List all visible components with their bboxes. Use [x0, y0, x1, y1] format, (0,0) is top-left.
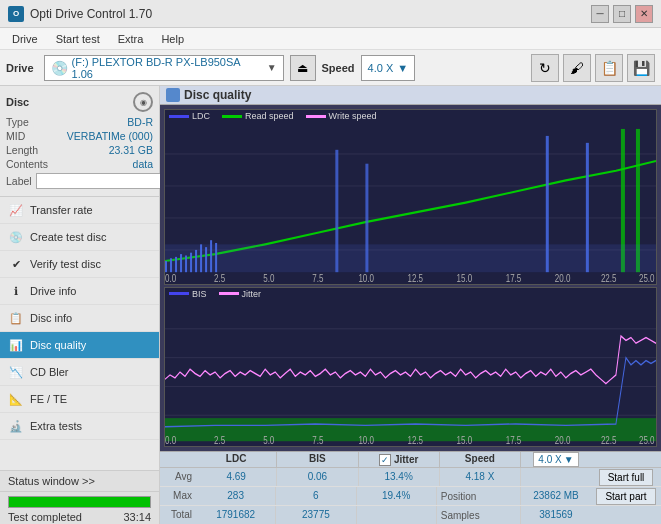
drive-name: (F:) PLEXTOR BD-R PX-LB950SA 1.06 — [72, 56, 263, 80]
status-window-label: Status window >> — [8, 475, 95, 487]
avg-label: Avg — [160, 468, 196, 486]
main-content: Disc ◉ Type BD-R MID VERBATIMe (000) Len… — [0, 86, 661, 524]
nav-disc-quality-label: Disc quality — [30, 339, 86, 351]
ldc-chart-section: LDC Read speed Write speed — [164, 109, 657, 285]
speed-value: 4.0 X — [368, 62, 394, 74]
position-label-text: Position — [441, 491, 477, 502]
start-btns-spacer — [591, 452, 661, 467]
menu-help[interactable]: Help — [153, 31, 192, 47]
save-button[interactable]: 💾 — [627, 54, 655, 82]
menubar: Drive Start test Extra Help — [0, 28, 661, 50]
label-input[interactable] — [36, 173, 169, 189]
menu-start-test[interactable]: Start test — [48, 31, 108, 47]
maximize-button[interactable]: □ — [613, 5, 631, 23]
titlebar-left: O Opti Drive Control 1.70 — [8, 6, 152, 22]
settings-button2[interactable]: 📋 — [595, 54, 623, 82]
svg-text:0.0: 0.0 — [165, 434, 177, 444]
svg-text:15.0: 15.0 — [457, 272, 473, 282]
titlebar: O Opti Drive Control 1.70 ─ □ ✕ — [0, 0, 661, 28]
settings-button1[interactable]: 🖌 — [563, 54, 591, 82]
jitter-checkbox[interactable]: ✓ — [379, 454, 391, 466]
svg-text:17.5: 17.5 — [506, 272, 522, 282]
speed-dropdown-container: 4.0 X ▼ — [521, 452, 591, 467]
speed-label: Speed — [322, 62, 355, 74]
jitter-label: Jitter — [394, 454, 418, 465]
stats-max-row: Max 283 6 19.4% Position 23862 MB Start … — [160, 487, 661, 506]
svg-text:25.0: 25.0 — [639, 434, 655, 444]
nav-extra-tests[interactable]: 🔬 Extra tests — [0, 413, 159, 440]
jitter-col-header: ✓ Jitter — [359, 452, 440, 467]
status-time: 33:14 — [123, 511, 151, 523]
nav-drive-info[interactable]: ℹ Drive info — [0, 278, 159, 305]
start-full-button[interactable]: Start full — [599, 469, 654, 486]
progress-bar-container — [8, 496, 151, 508]
drive-selector[interactable]: 💿 (F:) PLEXTOR BD-R PX-LB950SA 1.06 ▼ — [44, 55, 284, 81]
stats-spacer — [160, 452, 196, 467]
total-bis: 23775 — [276, 506, 356, 524]
nav-verify-test-disc-label: Verify test disc — [30, 258, 101, 270]
ldc-col-header: LDC — [196, 452, 277, 467]
speed-dropdown[interactable]: 4.0 X ▼ — [533, 452, 578, 467]
stats-avg-row: Avg 4.69 0.06 13.4% 4.18 X Start full — [160, 468, 661, 487]
nav-create-test-disc[interactable]: 💿 Create test disc — [0, 224, 159, 251]
total-label: Total — [160, 506, 196, 524]
nav-cd-bler-label: CD Bler — [30, 366, 69, 378]
max-ldc: 283 — [196, 487, 276, 505]
drive-info-icon: ℹ — [8, 283, 24, 299]
close-button[interactable]: ✕ — [635, 5, 653, 23]
nav-verify-test-disc[interactable]: ✔ Verify test disc — [0, 251, 159, 278]
eject-button[interactable]: ⏏ — [290, 55, 316, 81]
window-controls: ─ □ ✕ — [591, 5, 653, 23]
status-bottom: Test completed 33:14 — [0, 510, 159, 524]
speed-col-header: Speed — [440, 452, 521, 467]
status-window-button[interactable]: Status window >> — [0, 471, 159, 492]
max-jitter: 19.4% — [357, 487, 437, 505]
avg-ldc: 4.69 — [196, 468, 277, 486]
disc-icon: ◉ — [133, 92, 153, 112]
fe-te-icon: 📐 — [8, 391, 24, 407]
svg-text:25.0: 25.0 — [639, 272, 655, 282]
stats-header-row: LDC BIS ✓ Jitter Speed 4.0 X ▼ — [160, 452, 661, 468]
status-progress — [0, 492, 159, 510]
nav-transfer-rate[interactable]: 📈 Transfer rate — [0, 197, 159, 224]
drivebar: Drive 💿 (F:) PLEXTOR BD-R PX-LB950SA 1.0… — [0, 50, 661, 86]
write-speed-legend-color — [306, 115, 326, 118]
verify-test-disc-icon: ✔ — [8, 256, 24, 272]
nav-disc-quality[interactable]: 📊 Disc quality — [0, 332, 159, 359]
jitter-legend-label: Jitter — [242, 289, 262, 299]
disc-quality-icon: 📊 — [8, 337, 24, 353]
nav-fe-te[interactable]: 📐 FE / TE — [0, 386, 159, 413]
svg-rect-35 — [165, 244, 656, 272]
total-jitter-empty — [357, 506, 437, 524]
menu-drive[interactable]: Drive — [4, 31, 46, 47]
bis-col-header: BIS — [277, 452, 358, 467]
max-label: Max — [160, 487, 196, 505]
nav-cd-bler[interactable]: 📉 CD Bler — [0, 359, 159, 386]
nav-disc-info-label: Disc info — [30, 312, 72, 324]
contents-value: data — [133, 158, 153, 170]
speed-selector[interactable]: 4.0 X ▼ — [361, 55, 416, 81]
start-part-button[interactable]: Start part — [596, 488, 655, 505]
minimize-button[interactable]: ─ — [591, 5, 609, 23]
nav-disc-info[interactable]: 📋 Disc info — [0, 305, 159, 332]
menu-extra[interactable]: Extra — [110, 31, 152, 47]
speed-dropdown-value: 4.0 X — [538, 454, 561, 465]
refresh-button[interactable]: ↻ — [531, 54, 559, 82]
progress-bar-fill — [9, 497, 150, 507]
samples-label-text: Samples — [441, 510, 480, 521]
speed-arrow: ▼ — [397, 62, 408, 74]
bis-legend-label: BIS — [192, 289, 207, 299]
mid-label: MID — [6, 130, 25, 142]
type-label: Type — [6, 116, 29, 128]
position-label: Position — [437, 487, 521, 505]
mid-value: VERBATIMe (000) — [67, 130, 153, 142]
svg-text:2.5: 2.5 — [214, 272, 225, 282]
extra-tests-icon: 🔬 — [8, 418, 24, 434]
start-part-container: Start part — [591, 487, 661, 505]
length-label: Length — [6, 144, 38, 156]
ldc-chart-svg: 300 200 100 50 18X 16X 14X 12X 10X 8X 6X… — [165, 122, 656, 282]
nav-drive-info-label: Drive info — [30, 285, 76, 297]
right-panel: Disc quality LDC Read speed Wr — [160, 86, 661, 524]
read-speed-legend-label: Read speed — [245, 111, 294, 121]
svg-text:15.0: 15.0 — [457, 434, 473, 444]
